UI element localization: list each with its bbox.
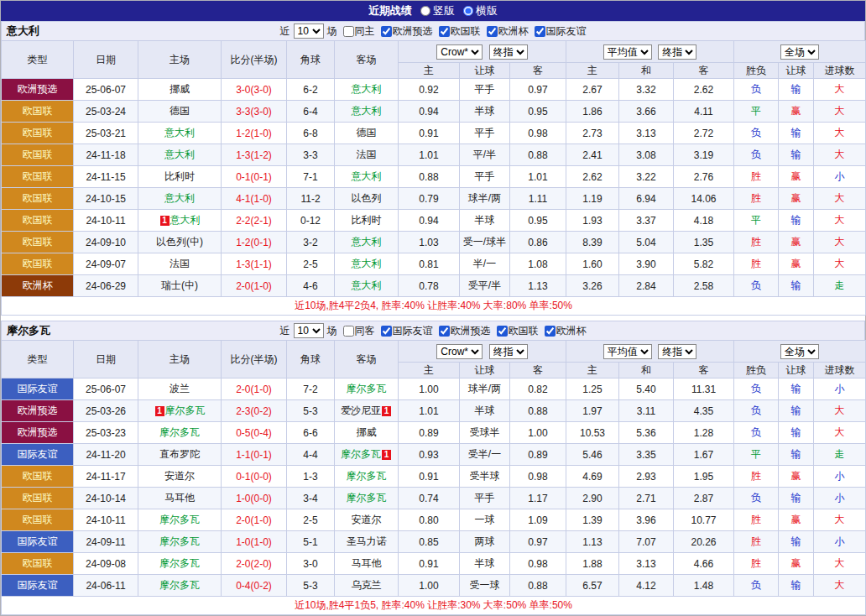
team-label: 挪威 bbox=[357, 426, 377, 438]
corner-cell: 3-3 bbox=[287, 144, 335, 166]
handicap-result-cell: 赢 bbox=[779, 253, 814, 275]
odds-home-cell: 0.93 bbox=[399, 444, 460, 466]
recent-count-select[interactable]: 10 bbox=[294, 23, 324, 39]
match-date-cell: 24-09-07 bbox=[74, 253, 138, 275]
score-cell: 1-3(1-2) bbox=[222, 144, 287, 166]
col-type: 类型 bbox=[2, 41, 74, 79]
league-filter[interactable]: 欧洲杯 bbox=[540, 324, 587, 338]
period-select[interactable]: 全场 bbox=[780, 44, 819, 60]
away-team-cell: 意大利 bbox=[335, 101, 399, 123]
odds-time-select[interactable]: 终指 bbox=[489, 44, 528, 60]
league-filter[interactable]: 欧洲预选 bbox=[377, 24, 433, 39]
away-team-cell: 意大利 bbox=[335, 166, 399, 188]
league-checkbox[interactable] bbox=[545, 326, 556, 337]
league-type-cell: 欧洲杯 bbox=[2, 275, 74, 297]
league-type-cell: 国际友谊 bbox=[2, 575, 74, 597]
handicap-result-cell: 输 bbox=[779, 531, 814, 553]
odds-handicap-cell: 半/一 bbox=[460, 253, 510, 275]
odds-away-cell: 0.95 bbox=[510, 210, 566, 232]
league-filter[interactable]: 欧洲杯 bbox=[483, 24, 529, 39]
match-date-cell: 25-03-24 bbox=[74, 101, 138, 123]
away-team-cell: 摩尔多瓦1 bbox=[335, 444, 399, 466]
goals-result-cell: 大 bbox=[814, 101, 866, 123]
odds-handicap-cell: 平/半 bbox=[460, 144, 510, 166]
league-type-cell: 欧国联 bbox=[2, 509, 74, 531]
match-row: 欧洲预选25-06-07挪威3-0(3-0)6-2意大利0.92平手0.972.… bbox=[2, 79, 866, 101]
page-title: 近期战绩 bbox=[368, 3, 412, 18]
handicap-result-cell: 输 bbox=[779, 144, 814, 166]
same-venue-filter[interactable]: 同客 bbox=[339, 324, 375, 338]
odds-away-cell: 1.17 bbox=[510, 488, 566, 509]
score-cell: 2-3(0-2) bbox=[222, 400, 287, 422]
red-card-badge: 1 bbox=[160, 216, 170, 226]
vertical-radio-label: 竖版 bbox=[433, 3, 455, 18]
away-team-cell: 法国 bbox=[335, 144, 399, 166]
league-checkbox[interactable] bbox=[381, 326, 392, 337]
bookmaker-select[interactable]: Crow* bbox=[436, 44, 483, 60]
league-filter[interactable]: 国际友谊 bbox=[377, 324, 433, 338]
corner-cell: 4-4 bbox=[287, 444, 335, 466]
odds-time-select[interactable]: 终指 bbox=[658, 344, 696, 359]
bookmaker-select[interactable]: Crow* bbox=[436, 344, 483, 359]
league-label: 国际友谊 bbox=[393, 324, 433, 338]
col-date: 日期 bbox=[74, 341, 138, 378]
avg-away-cell: 1.48 bbox=[674, 575, 734, 597]
league-filter[interactable]: 国际友谊 bbox=[530, 24, 587, 39]
odds-home-cell: 1.00 bbox=[399, 575, 460, 597]
avg-draw-cell: 2.71 bbox=[619, 488, 674, 509]
odds-handicap-cell: 半球 bbox=[460, 553, 510, 575]
avg-away-cell: 2.58 bbox=[674, 275, 734, 297]
team-label: 以色列 bbox=[352, 192, 382, 204]
layout-option-horizontal[interactable]: 横版 bbox=[463, 3, 498, 18]
league-filter[interactable]: 欧国联 bbox=[493, 324, 539, 338]
team-label: 马耳他 bbox=[352, 557, 382, 569]
league-checkbox[interactable] bbox=[439, 26, 450, 37]
league-label: 国际友谊 bbox=[546, 24, 587, 39]
team-label: 意大利 bbox=[352, 83, 382, 95]
period-select[interactable]: 全场 bbox=[780, 344, 819, 359]
odds-time-select[interactable]: 终指 bbox=[658, 44, 696, 60]
horizontal-radio[interactable] bbox=[463, 6, 473, 16]
goals-result-cell: 小 bbox=[814, 166, 866, 188]
odds-time-select[interactable]: 终指 bbox=[489, 344, 528, 359]
same-venue-checkbox[interactable] bbox=[343, 326, 354, 337]
score-cell: 3-3(3-0) bbox=[222, 101, 287, 123]
col-result: 胜负 bbox=[734, 63, 779, 79]
league-checkbox[interactable] bbox=[535, 26, 545, 37]
league-checkbox[interactable] bbox=[439, 326, 450, 337]
layout-option-vertical[interactable]: 竖版 bbox=[420, 3, 455, 18]
result-cell: 胜 bbox=[734, 531, 779, 553]
avg-draw-cell: 4.12 bbox=[619, 575, 674, 597]
handicap-result-cell: 输 bbox=[779, 275, 814, 297]
league-checkbox[interactable] bbox=[487, 26, 498, 37]
handicap-result-cell: 赢 bbox=[779, 188, 814, 210]
league-filter[interactable]: 欧洲预选 bbox=[435, 324, 491, 338]
average-select[interactable]: 平均值 bbox=[603, 44, 652, 60]
vertical-radio[interactable] bbox=[420, 6, 430, 16]
league-filter[interactable]: 欧国联 bbox=[435, 24, 481, 39]
recent-count-select[interactable]: 10 bbox=[294, 323, 324, 338]
filters: 近 10 场 同主 欧洲预选 欧国联 欧洲杯 bbox=[280, 23, 587, 39]
score-cell: 2-0(1-0) bbox=[222, 509, 287, 531]
same-venue-filter[interactable]: 同主 bbox=[339, 24, 375, 39]
avg-draw-cell: 6.94 bbox=[619, 188, 674, 210]
team-label: 安道尔 bbox=[352, 514, 382, 525]
match-row: 欧国联24-11-18意大利1-3(1-2)3-3法国1.01平/半0.882.… bbox=[2, 144, 866, 166]
league-checkbox[interactable] bbox=[381, 26, 392, 37]
same-venue-checkbox[interactable] bbox=[343, 26, 354, 37]
topbar: 近期战绩 竖版 横版 bbox=[1, 1, 865, 21]
league-label: 欧洲预选 bbox=[451, 324, 491, 338]
col-goals: 进球数 bbox=[814, 363, 866, 378]
match-date-cell: 24-11-17 bbox=[74, 466, 138, 488]
team-section-italy: 意大利 近 10 场 同主 欧洲预选 欧国联 bbox=[1, 21, 865, 316]
home-team-cell: 以色列(中) bbox=[138, 232, 222, 253]
match-row: 欧国联25-03-24德国3-3(3-0)6-4意大利0.94半球0.951.8… bbox=[2, 101, 866, 123]
games-label: 场 bbox=[327, 324, 337, 338]
avg-draw-cell: 3.08 bbox=[619, 144, 674, 166]
handicap-result-cell: 输 bbox=[779, 400, 814, 422]
handicap-result-cell: 赢 bbox=[779, 553, 814, 575]
col-odds-home: 主 bbox=[399, 63, 460, 79]
home-team-cell: 法国 bbox=[138, 253, 222, 275]
average-select[interactable]: 平均值 bbox=[603, 344, 652, 359]
league-checkbox[interactable] bbox=[497, 326, 508, 337]
